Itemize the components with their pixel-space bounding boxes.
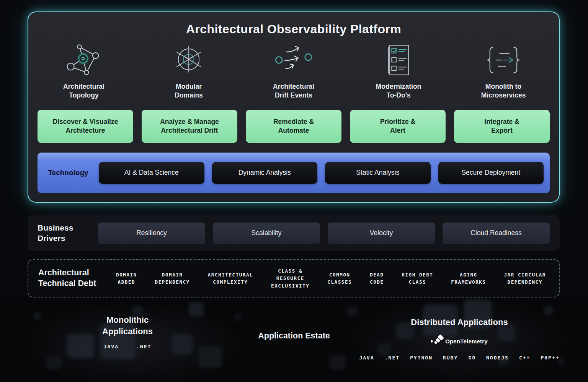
- debt-item-domain-dependency: DOMAIN DEPENDENCY: [155, 271, 190, 286]
- opentelemetry-logo-row: OpenTelemetry: [383, 333, 536, 349]
- language-label: GO: [468, 355, 476, 361]
- debt-item-high-debt-class: HIGH DEBT CLASS: [402, 271, 433, 286]
- language-label: JAVA: [104, 344, 119, 349]
- feature-label: Architectural Drift Events: [273, 82, 314, 100]
- debt-item-class-resource-exclusivity: CLASS & RESOURCE EXCLUSIVITY: [271, 267, 309, 289]
- technical-debt-items: DOMAIN ADDED DOMAIN DEPENDENCY ARCHITECT…: [111, 267, 559, 289]
- monolithic-applications-group: Monolithic Applications JAVA .NET: [64, 314, 191, 349]
- debt-item-aging-frameworks: AGING FRAMEWORKS: [451, 271, 486, 286]
- checklist-icon: [380, 43, 417, 77]
- application-estate-label: Application Estate: [229, 331, 359, 341]
- technology-label: Technology: [38, 169, 99, 177]
- background-square: [34, 313, 41, 320]
- driver-pill-resiliency: Resiliency: [98, 223, 205, 244]
- page-title: Architectural Observability Platform: [28, 22, 559, 36]
- tech-pill-ai-data-science: AI & Data Science: [99, 162, 204, 184]
- feature-monolith-microservices: Monolith to Microservices: [451, 43, 556, 100]
- language-label: RUBY: [443, 355, 458, 361]
- driver-pill-scalability: Scalability: [213, 223, 320, 244]
- action-button-row: Discover & Visualize Architecture Analyz…: [38, 110, 550, 143]
- debt-item-jar-circular-dependency: JAR CIRCULAR DEPENDENCY: [504, 271, 546, 286]
- debt-item-dead-code: DEAD CODE: [370, 271, 384, 286]
- feature-modular-domains: Modular Domains: [136, 43, 241, 100]
- language-label: C++: [519, 355, 530, 361]
- technical-debt-label: Architectural Technical Debt: [28, 268, 111, 289]
- monolithic-applications-title: Monolithic Applications: [64, 314, 191, 337]
- business-drivers-panel: Business Drivers Resiliency Scalability …: [28, 215, 560, 251]
- background-square: [329, 355, 346, 370]
- business-drivers-label: Business Drivers: [28, 223, 98, 243]
- language-label: JAVA: [359, 355, 374, 361]
- tech-pill-dynamic-analysis: Dynamic Analysis: [212, 162, 318, 184]
- observability-platform-panel: Architectural Observability Platform: [28, 11, 560, 203]
- language-label: .NET: [136, 344, 151, 349]
- language-label: NODEJS: [486, 355, 509, 361]
- technology-pills: AI & Data Science Dynamic Analysis Stati…: [99, 162, 550, 184]
- monolithic-languages: JAVA .NET: [64, 344, 191, 349]
- background-square: [188, 302, 204, 317]
- feature-label: Modernization To-Do's: [376, 82, 421, 100]
- application-estate-section: Monolithic Applications JAVA .NET Applic…: [0, 297, 588, 382]
- remediate-automate-button: Remediate & Automate: [246, 110, 341, 143]
- debt-item-architectural-complexity: ARCHITECTURAL COMPLEXITY: [208, 271, 253, 286]
- discover-visualize-button: Discover & Visualize Architecture: [38, 110, 133, 143]
- background-square: [544, 306, 554, 315]
- distributed-applications-group: Distributed Applications OpenTelemetry: [383, 317, 536, 349]
- debt-item-common-classes: COMMON CLASSES: [327, 271, 352, 286]
- drift-arrows-icon: [272, 43, 315, 77]
- background-square: [346, 306, 358, 317]
- background-square: [234, 314, 242, 321]
- language-label: PHP++: [541, 355, 559, 361]
- technical-debt-panel: Architectural Technical Debt DOMAIN ADDE…: [28, 259, 560, 297]
- braces-arrow-icon: [480, 43, 526, 77]
- business-driver-pills: Resiliency Scalability Velocity Cloud Re…: [98, 223, 560, 244]
- sphere-wireframe-icon: [170, 43, 207, 77]
- tech-pill-static-analysis: Static Analysis: [325, 162, 431, 184]
- integrate-export-button: Integrate & Export: [454, 110, 550, 143]
- background-square: [199, 346, 222, 368]
- language-label: .NET: [385, 355, 400, 361]
- language-label: PYTHON: [410, 355, 433, 361]
- feature-architectural-topology: Architectural Topology: [31, 43, 136, 100]
- background-square: [46, 356, 61, 369]
- opentelemetry-label: OpenTelemetry: [445, 338, 488, 345]
- debt-item-domain-added: DOMAIN ADDED: [116, 271, 137, 286]
- technology-bar: Technology AI & Data Science Dynamic Ana…: [38, 153, 550, 193]
- opentelemetry-telescope-icon: [431, 333, 444, 349]
- topology-network-icon: [65, 43, 103, 77]
- tech-pill-secure-deployment: Secure Deployment: [438, 162, 544, 184]
- analyze-manage-button: Analyze & Manage Architectural Drift: [142, 110, 237, 143]
- prioritize-alert-button: Prioritize & Alert: [350, 110, 446, 143]
- driver-pill-velocity: Velocity: [328, 223, 435, 244]
- feature-label: Monolith to Microservices: [481, 82, 526, 100]
- feature-row: Architectural Topology: [28, 43, 559, 100]
- architecture-diagram: Architectural Observability Platform: [0, 0, 588, 382]
- distributed-languages: JAVA .NET PYTHON RUBY GO NODEJS C++ PHP+…: [360, 355, 559, 361]
- driver-pill-cloud-readiness: Cloud Readiness: [443, 223, 550, 244]
- feature-modernization-todos: Modernization To-Do's: [346, 43, 451, 100]
- distributed-applications-title: Distributed Applications: [383, 317, 536, 328]
- feature-label: Architectural Topology: [63, 82, 105, 100]
- feature-label: Modular Domains: [175, 82, 203, 100]
- feature-drift-events: Architectural Drift Events: [241, 43, 346, 100]
